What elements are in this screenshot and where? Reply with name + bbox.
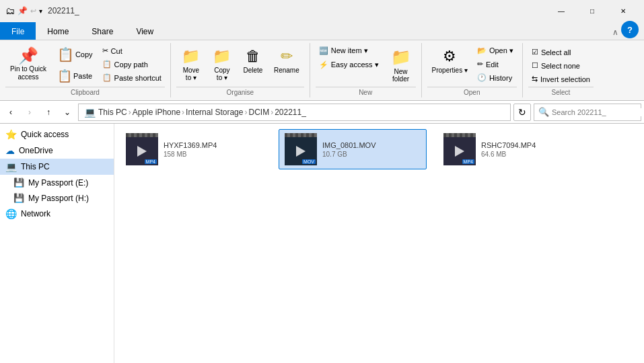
new-folder-button[interactable]: 📁 Newfolder bbox=[386, 44, 416, 86]
forward-button[interactable]: › bbox=[22, 104, 38, 120]
tab-share[interactable]: Share bbox=[80, 22, 124, 40]
film-strip bbox=[126, 133, 158, 137]
path-this-pc[interactable]: This PC bbox=[98, 108, 127, 117]
easy-access-icon: ⚡ bbox=[319, 61, 328, 69]
sidebar-item-quick-access[interactable]: ⭐ Quick access bbox=[0, 126, 114, 143]
file-size-hyxf1369: 158 MB bbox=[164, 151, 262, 158]
sidebar-item-onedrive[interactable]: ☁ OneDrive bbox=[0, 143, 114, 159]
clipboard-small: ✂ Cut 📋 Copy path 📋 Paste shortcut bbox=[99, 44, 165, 84]
mp4-badge: MP4 bbox=[145, 159, 157, 164]
path-icon: 💻 bbox=[84, 107, 96, 118]
new-folder-icon: 📁 bbox=[391, 48, 411, 67]
move-to-button[interactable]: 📁 Moveto ▾ bbox=[176, 44, 206, 86]
address-bar: ‹ › ↑ ⌄ 💻 This PC › Apple iPhone › Inter… bbox=[0, 101, 644, 124]
file-item-rshc7094[interactable]: MP4 RSHC7094.MP4 64.6 MB bbox=[437, 129, 585, 169]
close-button[interactable]: ✕ bbox=[608, 0, 639, 22]
file-thumb-hyxf1369: MP4 bbox=[126, 133, 158, 165]
file-info-hyxf1369: HYXF1369.MP4 158 MB bbox=[164, 141, 262, 158]
sidebar-item-passport-h[interactable]: 💾 My Passport (H:) bbox=[0, 190, 114, 206]
recent-button[interactable]: ⌄ bbox=[59, 104, 75, 120]
help-button[interactable]: ? bbox=[621, 21, 639, 38]
properties-icon: ⚙ bbox=[443, 48, 456, 65]
copy-button[interactable]: 📋 Copy bbox=[52, 44, 98, 65]
select-none-button[interactable]: ☐ Select none bbox=[528, 59, 594, 72]
organise-buttons: 📁 Moveto ▾ 📁 Copyto ▾ 🗑 Delete ✏ Rename bbox=[176, 44, 304, 87]
new-buttons: 🆕 New item ▾ ⚡ Easy access ▾ 📁 Newfolder bbox=[316, 44, 416, 87]
rename-button[interactable]: ✏ Rename bbox=[269, 44, 304, 86]
file-info-rshc7094: RSHC7094.MP4 64.6 MB bbox=[481, 141, 579, 158]
file-item-hyxf1369[interactable]: MP4 HYXF1369.MP4 158 MB bbox=[120, 129, 268, 169]
open-button[interactable]: 📂 Open ▾ bbox=[474, 44, 517, 57]
path-dcim[interactable]: DCIM bbox=[248, 108, 269, 117]
new-item-button[interactable]: 🆕 New item ▾ bbox=[316, 44, 382, 57]
minimize-button[interactable]: — bbox=[546, 0, 577, 22]
passport-h-icon: 💾 bbox=[13, 193, 24, 203]
copy-path-button[interactable]: 📋 Copy path bbox=[99, 58, 165, 71]
open-buttons: ⚙ Properties ▾ 📂 Open ▾ ✏ Edit 🕐 History bbox=[427, 44, 517, 87]
play-icon bbox=[296, 146, 306, 157]
search-input[interactable] bbox=[552, 108, 644, 116]
mov-badge: MOV bbox=[302, 159, 316, 164]
film-strip bbox=[285, 133, 317, 137]
delete-button[interactable]: 🗑 Delete bbox=[238, 44, 268, 86]
paste-shortcut-button[interactable]: 📋 Paste shortcut bbox=[99, 71, 165, 84]
edit-icon: ✏ bbox=[477, 60, 483, 69]
move-to-icon: 📁 bbox=[182, 48, 200, 65]
copy-to-button[interactable]: 📁 Copyto ▾ bbox=[207, 44, 237, 86]
clipboard-label: Clipboard bbox=[5, 87, 165, 96]
dropdown-icon[interactable]: ▾ bbox=[39, 7, 42, 15]
tab-home[interactable]: Home bbox=[36, 22, 80, 40]
select-all-icon: ☑ bbox=[532, 48, 538, 56]
quick-access-label: Quick access bbox=[21, 130, 69, 139]
address-path[interactable]: 💻 This PC › Apple iPhone › Internal Stor… bbox=[78, 104, 511, 121]
paste-button[interactable]: 📋 Paste bbox=[52, 66, 98, 86]
copy-icon: 📋 bbox=[57, 46, 74, 63]
history-button[interactable]: 🕐 History bbox=[474, 71, 517, 84]
easy-access-button[interactable]: ⚡ Easy access ▾ bbox=[316, 58, 382, 71]
film-strip bbox=[443, 133, 476, 137]
sidebar-item-network[interactable]: 🌐 Network bbox=[0, 206, 114, 222]
back-button[interactable]: ‹ bbox=[3, 104, 19, 120]
open-small-buttons: 📂 Open ▾ ✏ Edit 🕐 History bbox=[474, 44, 517, 84]
ribbon-group-select: ☑ Select all ☐ Select none ⇆ Invert sele… bbox=[523, 43, 599, 97]
properties-button[interactable]: ⚙ Properties ▾ bbox=[427, 44, 472, 86]
path-internal-storage[interactable]: Internal Storage bbox=[186, 108, 243, 117]
tab-view[interactable]: View bbox=[124, 22, 165, 40]
sidebar-item-passport-e[interactable]: 💾 My Passport (E:) bbox=[0, 175, 114, 190]
maximize-button[interactable]: □ bbox=[577, 0, 608, 22]
copy-to-icon: 📁 bbox=[213, 48, 231, 65]
new-item-icon: 🆕 bbox=[319, 46, 328, 55]
play-icon bbox=[137, 146, 147, 157]
cut-button[interactable]: ✂ Cut bbox=[99, 44, 165, 57]
collapse-ribbon-icon[interactable]: ∧ bbox=[612, 28, 618, 40]
clipboard-buttons: 📌 Pin to Quickaccess 📋 Copy 📋 Paste ✂ bbox=[5, 44, 165, 87]
tab-file[interactable]: File bbox=[0, 22, 36, 40]
paste-label: Paste bbox=[73, 72, 92, 80]
edit-button[interactable]: ✏ Edit bbox=[474, 58, 517, 71]
cut-icon: ✂ bbox=[102, 46, 108, 55]
up-button[interactable]: ↑ bbox=[40, 104, 57, 120]
path-folder[interactable]: 202211_ bbox=[275, 108, 306, 117]
paste-shortcut-icon: 📋 bbox=[102, 73, 112, 82]
select-buttons: ☑ Select all ☐ Select none ⇆ Invert sele… bbox=[528, 44, 594, 87]
network-label: Network bbox=[21, 209, 50, 218]
sidebar-item-this-pc[interactable]: 💻 This PC bbox=[0, 159, 114, 175]
file-thumb-img0801: MOV bbox=[285, 133, 317, 165]
select-all-button[interactable]: ☑ Select all bbox=[528, 46, 594, 58]
invert-selection-button[interactable]: ⇆ Invert selection bbox=[528, 73, 594, 85]
play-icon bbox=[455, 146, 464, 157]
pin-to-quick-access-button[interactable]: 📌 Pin to Quickaccess bbox=[5, 44, 51, 86]
search-box[interactable]: 🔍 bbox=[534, 104, 641, 121]
path-iphone[interactable]: Apple iPhone bbox=[133, 108, 180, 117]
rename-icon: ✏ bbox=[281, 48, 293, 65]
file-item-img0801[interactable]: MOV IMG_0801.MOV 10.7 GB bbox=[279, 129, 427, 169]
passport-e-icon: 💾 bbox=[13, 177, 24, 188]
title-bar-icons: 🗂 📌 ↩ ▾ bbox=[5, 5, 42, 16]
refresh-button[interactable]: ↻ bbox=[513, 104, 531, 121]
ribbon-group-organise: 📁 Moveto ▾ 📁 Copyto ▾ 🗑 Delete ✏ Rename … bbox=[171, 43, 310, 97]
ribbon: 📌 Pin to Quickaccess 📋 Copy 📋 Paste ✂ bbox=[0, 40, 644, 101]
title-bar: 🗂 📌 ↩ ▾ 202211_ — □ ✕ bbox=[0, 0, 644, 22]
file-name-rshc7094: RSHC7094.MP4 bbox=[481, 141, 579, 149]
file-name-hyxf1369: HYXF1369.MP4 bbox=[164, 141, 262, 149]
window-controls: — □ ✕ bbox=[546, 0, 639, 22]
